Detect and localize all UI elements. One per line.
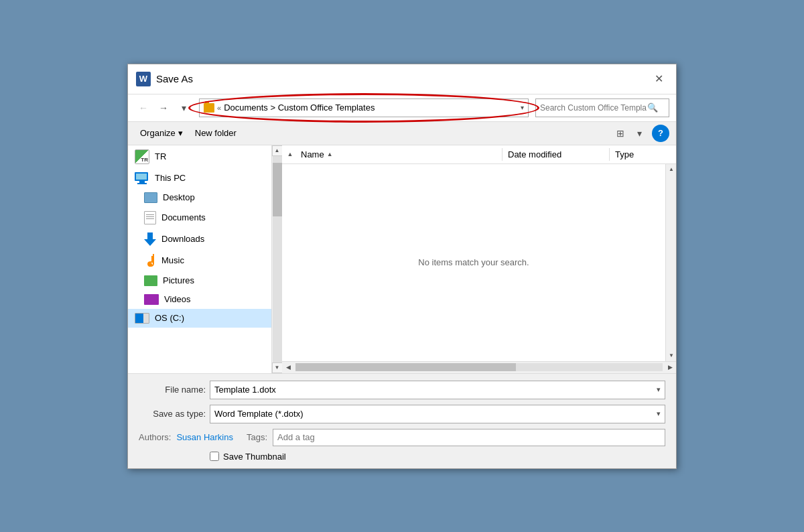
file-scroll-down[interactable]: ▼ (666, 350, 676, 361)
folder-icon (204, 103, 214, 113)
search-input[interactable] (540, 103, 647, 113)
address-bar[interactable]: « Documents > Custom Office Templates ▾ (199, 98, 529, 117)
sidebar-item-label-downloads: Downloads (161, 234, 204, 244)
view-icon-button[interactable]: ⊞ (612, 125, 629, 142)
file-name-field[interactable] (214, 385, 657, 395)
sidebar-item-thispc[interactable]: This PC (128, 168, 271, 188)
sidebar-item-label-documents: Documents (161, 212, 206, 222)
nav-bar: ← → ▾ « Documents > Custom Office Templa… (128, 94, 676, 122)
h-scroll-area: ◀ ▶ (282, 361, 676, 373)
search-icon[interactable]: 🔍 (647, 103, 658, 113)
h-scroll-thumb[interactable] (295, 363, 516, 371)
file-name-input[interactable]: ▾ (210, 381, 665, 399)
pictures-icon (144, 275, 157, 286)
sidebar-scroll-track (273, 156, 282, 362)
file-with-scroll: No items match your search. ▲ ▼ (282, 164, 676, 361)
col-scroll-up[interactable]: ▲ (285, 149, 295, 159)
address-bar-wrapper: « Documents > Custom Office Templates ▾ (199, 98, 529, 117)
sidebar-item-label: TR (155, 151, 166, 161)
save-thumbnail-row: Save Thumbnail (139, 452, 665, 462)
drive-icon (135, 313, 149, 324)
sidebar-item-videos[interactable]: Videos (128, 290, 271, 309)
title-left: W Save As (136, 72, 193, 86)
view-controls: ⊞ ▾ ? (612, 125, 669, 142)
file-name-dropdown[interactable]: ▾ (657, 385, 661, 394)
save-thumbnail-label: Save Thumbnail (223, 452, 286, 462)
authors-value[interactable]: Susan Harkins (176, 432, 233, 442)
empty-message: No items match your search. (418, 257, 529, 267)
save-type-field[interactable] (214, 409, 657, 419)
help-button[interactable]: ? (652, 125, 669, 142)
h-scroll-track[interactable] (295, 363, 663, 371)
sidebar-item-label-pictures: Pictures (163, 275, 194, 285)
sidebar-item-documents[interactable]: Documents (128, 207, 271, 228)
address-chevrons: « (217, 104, 221, 112)
dialog-title: Save As (156, 73, 193, 84)
file-area: ▲ Name ▲ Date modified Type No items mat… (282, 145, 676, 373)
file-scroll-up[interactable]: ▲ (666, 164, 676, 175)
forward-button[interactable]: → (155, 99, 172, 117)
sidebar-item-os[interactable]: OS (C:) (128, 309, 271, 328)
authors-group: Authors: Susan Harkins (139, 432, 233, 442)
tags-label: Tags: (247, 432, 267, 442)
sidebar-item-downloads[interactable]: Downloads (128, 228, 271, 250)
h-scroll-left[interactable]: ◀ (282, 361, 294, 373)
view-dropdown-button[interactable]: ▾ (630, 125, 648, 142)
sidebar-item-tr[interactable]: TR TR (128, 145, 271, 168)
save-type-dropdown[interactable]: ▾ (657, 409, 661, 418)
file-scrollbar: ▲ ▼ (665, 164, 676, 361)
bottom-area: File name: ▾ Save as type: ▾ Authors: Su… (128, 373, 676, 468)
sidebar-scrollbar: ▲ ▼ (271, 145, 282, 373)
sidebar-scroll-thumb[interactable] (273, 163, 282, 216)
downloads-icon (144, 232, 156, 246)
new-folder-button[interactable]: New folder (190, 125, 242, 141)
videos-icon (144, 294, 159, 305)
sidebar-content: TR TR This PC Desktop (128, 145, 271, 373)
music-icon (144, 254, 156, 267)
nav-dropdown-button[interactable]: ▾ (175, 99, 192, 117)
save-type-row: Save as type: ▾ (139, 405, 665, 423)
col-date-header[interactable]: Date modified (502, 148, 609, 161)
sidebar-item-label-music: Music (161, 255, 184, 265)
sidebar-item-label-desktop: Desktop (163, 192, 195, 202)
file-name-row: File name: ▾ (139, 381, 665, 399)
sidebar-item-pictures[interactable]: Pictures (128, 271, 271, 290)
toolbar: Organize ▾ New folder ⊞ ▾ ? (128, 122, 676, 145)
meta-row: Authors: Susan Harkins Tags: (139, 429, 665, 446)
save-thumbnail-checkbox[interactable] (210, 452, 219, 461)
back-button[interactable]: ← (135, 99, 152, 117)
file-header: ▲ Name ▲ Date modified Type (282, 145, 676, 164)
authors-label: Authors: (139, 432, 171, 442)
sidebar-panel: TR TR This PC Desktop (128, 145, 282, 373)
svg-point-0 (148, 263, 152, 267)
col-type-header[interactable]: Type (609, 148, 676, 161)
file-scroll-track (666, 175, 676, 350)
save-as-dialog: W Save As ✕ ← → ▾ « Documents > Custom O… (127, 64, 677, 469)
word-icon: W (136, 72, 151, 86)
address-path: Documents > Custom Office Templates (224, 103, 375, 113)
desktop-icon (144, 192, 157, 203)
file-name-label: File name: (139, 385, 206, 395)
search-bar: 🔍 (535, 98, 669, 117)
sidebar-item-music[interactable]: Music (128, 250, 271, 271)
sidebar-item-label-thispc: This PC (155, 173, 186, 183)
file-content: No items match your search. (282, 164, 665, 361)
sidebar-scroll-down[interactable]: ▼ (272, 362, 283, 373)
sidebar-item-label-os: OS (C:) (155, 313, 184, 323)
address-dropdown-arrow[interactable]: ▾ (521, 104, 524, 111)
sidebar-item-desktop[interactable]: Desktop (128, 188, 271, 207)
main-content: TR TR This PC Desktop (128, 145, 676, 373)
thispc-icon (135, 172, 149, 184)
close-button[interactable]: ✕ (649, 70, 668, 88)
col-name-header[interactable]: Name ▲ (295, 148, 502, 161)
tr-icon: TR (135, 149, 149, 164)
organize-button[interactable]: Organize ▾ (135, 125, 188, 141)
h-scroll-right[interactable]: ▶ (664, 361, 676, 373)
documents-icon (144, 211, 156, 224)
sidebar-scroll-up[interactable]: ▲ (272, 145, 283, 156)
tags-input[interactable] (273, 429, 665, 446)
title-bar: W Save As ✕ (128, 64, 676, 94)
save-type-input[interactable]: ▾ (210, 405, 665, 423)
tags-group: Tags: (247, 429, 665, 446)
sidebar-item-label-videos: Videos (164, 294, 191, 304)
